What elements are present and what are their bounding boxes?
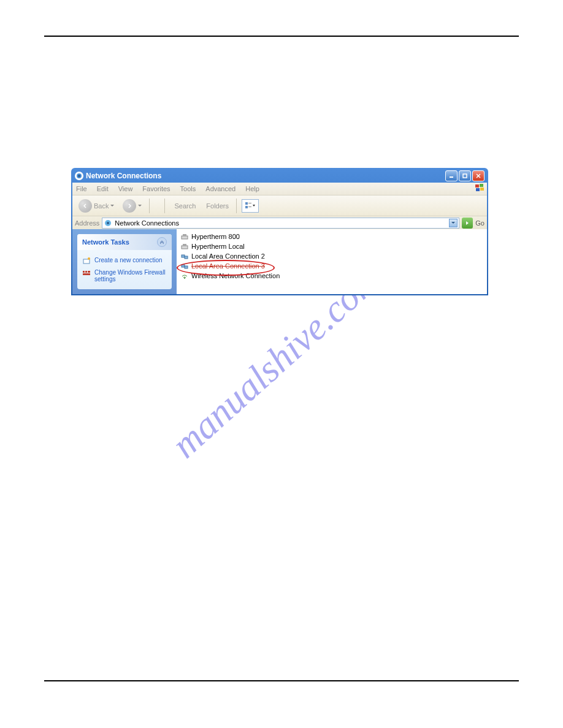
svg-rect-11 [248,203,251,203]
svg-rect-19 [85,271,85,273]
connection-item[interactable]: Hypertherm 800 [179,232,484,241]
menu-advanced[interactable]: Advanced [205,185,236,192]
folders-label: Folders [206,202,229,210]
forward-button[interactable] [120,198,144,214]
dialup-icon [180,242,189,251]
address-dropdown-icon[interactable] [449,219,458,227]
svg-rect-9 [245,202,248,205]
window-title: Network Connections [86,172,445,180]
lan-icon [180,262,189,270]
task-link-label: Create a new connection [94,257,163,264]
svg-rect-23 [182,246,188,249]
svg-point-16 [88,257,90,260]
up-button[interactable] [155,205,159,207]
svg-rect-6 [476,188,480,191]
toolbar-separator [149,199,150,213]
lan-icon [180,252,189,260]
page-top-rule [44,36,519,37]
dropdown-arrow-icon [138,204,142,208]
svg-rect-24 [183,244,186,246]
panel-header[interactable]: Network Tasks [77,234,172,250]
svg-rect-27 [182,265,185,267]
wireless-icon [180,271,189,280]
menu-help[interactable]: Help [245,185,259,192]
network-tasks-panel: Network Tasks Create a new connection [77,234,172,289]
svg-rect-5 [480,184,483,187]
windows-flag-icon [475,183,486,193]
svg-rect-4 [475,184,479,188]
network-connections-window: Network Connections File Edit View Favor… [71,168,488,295]
connection-item[interactable]: Local Area Connection 3 [179,261,484,271]
menubar: File Edit View Favorites Tools Advanced … [72,183,487,195]
search-label: Search [174,202,196,210]
page-bottom-rule [44,680,519,681]
go-label: Go [475,219,484,227]
views-button[interactable] [242,199,259,213]
svg-rect-15 [83,259,90,264]
connection-item[interactable]: Local Area Connection 2 [179,251,484,261]
connections-list: Hypertherm 800 Hypertherm Local Local Ar… [177,229,487,294]
toolbar: Back Search Fo [72,195,487,216]
addressbar: Address Network Connections Go [72,216,487,229]
connection-label: Wireless Network Connection [191,272,280,279]
menu-file[interactable]: File [76,185,87,192]
folders-button[interactable]: Folders [202,201,231,211]
collapse-icon[interactable] [157,237,167,247]
minimize-button[interactable] [445,170,458,181]
back-label: Back [94,202,109,210]
svg-rect-28 [185,266,188,268]
window-body: Network Tasks Create a new connection [72,229,487,294]
address-label: Address [75,219,99,227]
svg-rect-21 [182,236,188,239]
connection-item-wireless[interactable]: Wireless Network Connection [179,271,484,281]
address-value: Network Connections [115,219,179,227]
new-connection-icon [82,257,91,265]
svg-rect-7 [480,188,484,191]
svg-rect-25 [182,255,185,257]
connection-label: Local Area Connection 3 [191,262,265,270]
svg-rect-18 [83,273,90,275]
svg-rect-17 [83,271,90,273]
connection-label: Hypertherm Local [191,243,245,250]
svg-point-29 [184,278,185,279]
panel-body: Create a new connection Change Windows F… [77,250,172,289]
maximize-button[interactable] [459,170,471,181]
svg-rect-3 [463,174,467,178]
toolbar-separator [236,199,237,213]
network-connections-icon [104,219,112,227]
address-field[interactable]: Network Connections [102,218,459,229]
go-button[interactable] [462,218,473,229]
task-link-label: Change Windows Firewall settings [94,269,167,282]
firewall-icon [82,269,91,278]
back-arrow-icon [79,199,92,213]
toolbar-separator [164,199,165,213]
svg-point-1 [78,175,80,177]
svg-point-14 [107,222,109,224]
connection-label: Hypertherm 800 [191,233,240,240]
panel-title: Network Tasks [82,238,129,246]
sidebar: Network Tasks Create a new connection [72,229,177,294]
dialup-icon [180,232,189,241]
menu-edit[interactable]: Edit [97,185,109,192]
connection-item[interactable]: Hypertherm Local [179,241,484,251]
views-icon [245,202,256,210]
task-link-firewall[interactable]: Change Windows Firewall settings [82,267,167,284]
go-arrow-icon [464,220,470,226]
task-link-create-connection[interactable]: Create a new connection [82,255,167,267]
svg-rect-22 [183,234,186,236]
network-connections-icon [75,172,83,180]
dropdown-arrow-icon [110,204,114,208]
menu-tools[interactable]: Tools [180,185,196,192]
window-controls [445,170,484,181]
menu-view[interactable]: View [118,185,133,192]
search-button[interactable]: Search [170,201,198,211]
close-button[interactable] [472,170,484,181]
svg-rect-10 [245,206,248,208]
window-titlebar[interactable]: Network Connections [72,169,487,183]
svg-rect-2 [450,176,453,178]
menu-favorites[interactable]: Favorites [142,185,170,192]
forward-arrow-icon [123,199,136,213]
back-button[interactable]: Back [76,198,117,214]
svg-rect-20 [87,271,88,273]
svg-rect-26 [185,256,188,259]
